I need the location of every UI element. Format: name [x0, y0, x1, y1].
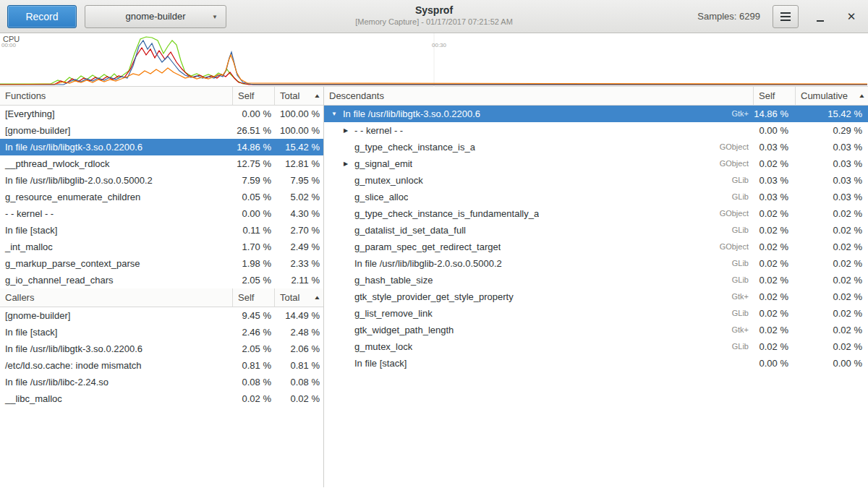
descendants-table-header: Descendants Self ▲ Cumulative	[324, 87, 868, 106]
tree-row[interactable]: g_list_remove_linkGLib0.02 %0.02 %	[324, 305, 868, 322]
self-percent: 0.00 %	[753, 122, 795, 139]
column-header-self[interactable]: Self	[753, 87, 795, 105]
function-name: /etc/ld.so.cache: inode mismatch	[0, 357, 232, 374]
total-percent: 0.08 %	[274, 374, 323, 390]
library-badge: GLib	[726, 255, 753, 272]
table-row[interactable]: __libc_malloc0.02 %0.02 %	[0, 390, 323, 407]
tree-name-cell: g_slice_allocGLib	[324, 189, 753, 205]
table-row[interactable]: g_markup_parse_context_parse1.98 %2.33 %	[0, 255, 323, 272]
tree-row[interactable]: gtk_widget_path_lengthGtk+0.02 %0.02 %	[324, 322, 868, 338]
tree-row[interactable]: ▶- - kernel - -0.00 %0.29 %	[324, 122, 868, 139]
column-header-total[interactable]: ▲ Total	[274, 87, 323, 105]
header-bar: Record gnome-builder ▼ Sysprof [Memory C…	[0, 0, 868, 33]
tree-row[interactable]: ▶g_signal_emitGObject0.02 %0.03 %	[324, 155, 868, 172]
table-row[interactable]: /etc/ld.so.cache: inode mismatch0.81 %0.…	[0, 357, 323, 374]
tree-name-cell: g_type_check_instance_is_aGObject	[324, 139, 753, 155]
total-percent: 0.02 %	[274, 390, 323, 407]
process-selector-dropdown[interactable]: gnome-builder ▼	[85, 5, 226, 28]
library-badge: Gtk+	[726, 106, 753, 122]
library-badge: GObject	[714, 139, 753, 155]
tree-row[interactable]: g_param_spec_get_redirect_targetGObject0…	[324, 239, 868, 255]
tree-row[interactable]: In file [stack]0.00 %0.00 %	[324, 355, 868, 372]
function-name: - - kernel - -	[354, 122, 403, 139]
function-name: g_list_remove_link	[354, 305, 433, 322]
menu-button[interactable]	[773, 5, 799, 28]
tree-row[interactable]: gtk_style_provider_get_style_propertyGtk…	[324, 288, 868, 305]
tree-row[interactable]: g_type_check_instance_is_aGObject0.03 %0…	[324, 139, 868, 155]
tree-row[interactable]: g_slice_allocGLib0.03 %0.03 %	[324, 189, 868, 205]
table-row[interactable]: In file [stack]2.46 %2.48 %	[0, 324, 323, 341]
column-header-callers[interactable]: Callers	[0, 288, 232, 307]
function-name: In file [stack]	[0, 324, 232, 341]
table-row[interactable]: [Everything]0.00 %100.00 %	[0, 106, 323, 122]
tree-row[interactable]: g_type_check_instance_is_fundamentally_a…	[324, 205, 868, 222]
library-badge: GObject	[714, 239, 753, 255]
function-name: g_datalist_id_set_data_full	[354, 222, 466, 239]
tree-name-cell: gtk_widget_path_lengthGtk+	[324, 322, 753, 338]
self-percent: 0.03 %	[753, 189, 795, 205]
tree-row[interactable]: g_mutex_unlockGLib0.03 %0.03 %	[324, 172, 868, 189]
cumulative-percent: 0.03 %	[795, 139, 868, 155]
table-row[interactable]: [gnome-builder]26.51 %100.00 %	[0, 122, 323, 139]
tree-row[interactable]: g_datalist_id_set_data_fullGLib0.02 %0.0…	[324, 222, 868, 239]
cumulative-percent: 0.02 %	[795, 288, 868, 305]
table-row[interactable]: - - kernel - -0.00 %4.30 %	[0, 205, 323, 222]
process-selector-label: gnome-builder	[125, 11, 185, 22]
samples-count: Samples: 6299	[697, 11, 760, 22]
table-row[interactable]: _int_malloc1.70 %2.49 %	[0, 239, 323, 255]
function-name: In file [stack]	[354, 355, 407, 372]
total-percent: 2.49 %	[274, 239, 323, 255]
column-header-self[interactable]: Self	[232, 87, 274, 105]
tree-row[interactable]: ▼In file /usr/lib/libgtk-3.so.0.2200.6Gt…	[324, 106, 868, 122]
close-button[interactable]: ✕	[842, 6, 861, 27]
table-row[interactable]: g_io_channel_read_chars2.05 %2.11 %	[0, 272, 323, 288]
function-name: [gnome-builder]	[0, 122, 232, 139]
table-row[interactable]: __pthread_rwlock_rdlock12.75 %12.81 %	[0, 155, 323, 172]
total-percent: 0.81 %	[274, 357, 323, 374]
table-row[interactable]: In file /usr/lib/libgtk-3.so.0.2200.62.0…	[0, 341, 323, 357]
column-header-functions[interactable]: Functions	[0, 87, 232, 105]
self-percent: 0.11 %	[232, 222, 274, 239]
cpu-usage-graph[interactable]: CPU 00:00 00:30	[0, 33, 868, 87]
cumulative-percent: 0.02 %	[795, 322, 868, 338]
cumulative-percent: 0.02 %	[795, 205, 868, 222]
tree-row[interactable]: In file /usr/lib/libglib-2.0.so.0.5000.2…	[324, 255, 868, 272]
total-percent: 100.00 %	[274, 106, 323, 122]
library-badge: GObject	[714, 205, 753, 222]
column-header-self[interactable]: Self	[232, 288, 274, 307]
library-badge: GLib	[726, 172, 753, 189]
expand-arrow-icon[interactable]: ▶	[340, 122, 352, 139]
tree-name-cell: In file [stack]	[324, 355, 753, 372]
descendants-table-rows: ▼In file /usr/lib/libgtk-3.so.0.2200.6Gt…	[324, 106, 868, 372]
table-row[interactable]: g_resource_enumerate_children0.05 %5.02 …	[0, 189, 323, 205]
callers-table-header: Callers Self ▲ Total	[0, 288, 323, 307]
tree-row[interactable]: g_mutex_lockGLib0.02 %0.02 %	[324, 338, 868, 355]
total-percent: 5.02 %	[274, 189, 323, 205]
self-percent: 1.70 %	[232, 239, 274, 255]
tree-name-cell: g_datalist_id_set_data_fullGLib	[324, 222, 753, 239]
table-row[interactable]: [gnome-builder]9.45 %14.49 %	[0, 307, 323, 324]
total-percent: 12.81 %	[274, 155, 323, 172]
expand-arrow-icon[interactable]: ▶	[340, 155, 352, 172]
record-button[interactable]: Record	[7, 5, 77, 28]
collapse-arrow-icon[interactable]: ▼	[328, 106, 340, 122]
table-row[interactable]: In file /usr/lib/libglib-2.0.so.0.5000.2…	[0, 172, 323, 189]
column-header-cumulative[interactable]: ▲ Cumulative	[795, 87, 868, 105]
column-header-total[interactable]: ▲ Total	[274, 288, 323, 307]
column-header-label: Cumulative	[801, 90, 848, 101]
self-percent: 0.81 %	[232, 357, 274, 374]
self-percent: 14.86 %	[753, 106, 795, 122]
column-header-label: Total	[280, 292, 299, 303]
tree-row[interactable]: g_hash_table_sizeGLib0.02 %0.02 %	[324, 272, 868, 288]
total-percent: 4.30 %	[274, 205, 323, 222]
minimize-button[interactable]	[811, 6, 830, 27]
function-name: g_mutex_lock	[354, 338, 412, 355]
column-header-descendants[interactable]: Descendants	[324, 87, 753, 105]
self-percent: 0.00 %	[232, 205, 274, 222]
table-row[interactable]: In file [stack]0.11 %2.70 %	[0, 222, 323, 239]
self-percent: 2.05 %	[232, 272, 274, 288]
table-row[interactable]: In file /usr/lib/libgtk-3.so.0.2200.614.…	[0, 139, 323, 155]
function-name: gtk_widget_path_length	[354, 322, 454, 338]
table-row[interactable]: In file /usr/lib/libc-2.24.so0.08 %0.08 …	[0, 374, 323, 390]
tree-name-cell: g_type_check_instance_is_fundamentally_a…	[324, 205, 753, 222]
